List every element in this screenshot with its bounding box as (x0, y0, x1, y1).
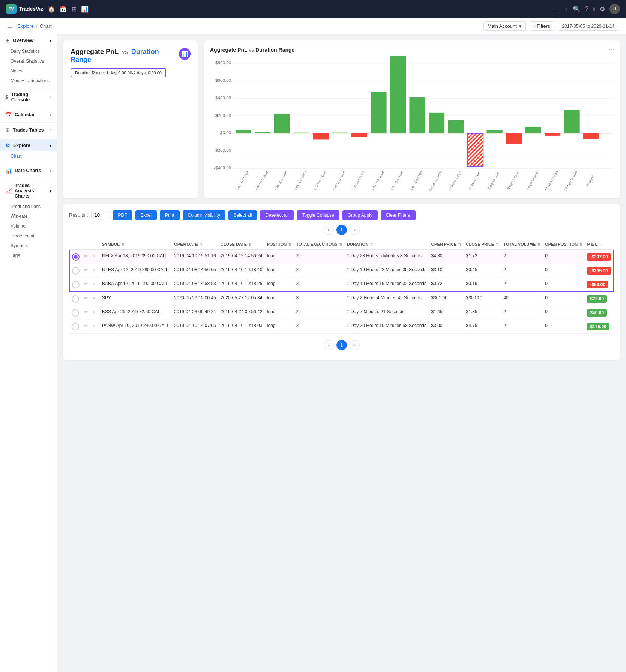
help-icon[interactable]: ? (585, 6, 588, 12)
sidebar-item-date-charts[interactable]: 📊 Date Charts › (0, 165, 57, 177)
sidebar-item-trading-console[interactable]: $ Trading Console › (0, 89, 57, 105)
row-total-exec: 2 (294, 306, 345, 320)
toggle-collapse-button[interactable]: Toggle Collapse (297, 210, 339, 220)
trading-chevron: › (50, 95, 51, 99)
prev-page-btn[interactable]: ‹ (324, 225, 334, 235)
th-position[interactable]: POSITION ⇅ (265, 239, 294, 250)
hamburger-btn[interactable]: ☰ (8, 22, 13, 30)
prev-page-btn-bottom[interactable]: ‹ (324, 340, 334, 350)
th-open-position[interactable]: OPEN POSITION ⇅ (543, 239, 585, 250)
sidebar-item-money-transactions[interactable]: Money transactions (0, 76, 57, 86)
expand-icon[interactable]: › (93, 281, 95, 286)
row-edit-cell: ✏ (82, 278, 91, 292)
th-open-price[interactable]: OPEN PRICE ⇅ (429, 239, 464, 250)
search-icon[interactable]: 🔍 (573, 6, 581, 13)
sidebar-item-overview[interactable]: ⊞ Overview ▾ (0, 34, 57, 46)
th-total-executions[interactable]: TOTAL EXECUTIONS ⇅ (294, 239, 345, 250)
chart-more-menu[interactable]: ··· (609, 46, 614, 53)
home-icon[interactable]: 🏠 (48, 6, 55, 13)
row-checkbox-cell (69, 278, 82, 292)
expand-icon[interactable]: › (93, 323, 95, 328)
th-close-date[interactable]: CLOSE DATE ⇅ (218, 239, 265, 250)
edit-icon[interactable]: ✏ (84, 295, 88, 301)
chart-right-header: Aggregate PnL vs Duration Range ··· (210, 46, 614, 53)
next-page-btn[interactable]: › (349, 225, 360, 235)
avatar[interactable]: U (609, 4, 620, 14)
row-select-circle[interactable] (72, 309, 79, 316)
calendar-icon[interactable]: 📅 (60, 6, 67, 13)
sidebar-divider-2 (0, 107, 57, 107)
deselect-all-button[interactable]: Deselect all (260, 210, 294, 220)
row-select-circle[interactable] (72, 267, 80, 274)
duration-filter-badge[interactable]: Duration Range: 1 day, 0:00:00-2 days, 0… (71, 68, 166, 77)
select-all-button[interactable]: Select all (228, 210, 257, 220)
print-button[interactable]: Print (160, 210, 180, 220)
th-close-price[interactable]: CLOSE PRICE ⇅ (464, 239, 501, 250)
expand-icon[interactable]: › (93, 295, 95, 301)
group-apply-button[interactable]: Group Apply (342, 210, 378, 220)
th-total-volume[interactable]: TOTAL VOLUME ⇅ (501, 239, 543, 250)
row-select-circle[interactable] (72, 281, 80, 288)
pdf-button[interactable]: PDF (113, 210, 132, 220)
expand-icon[interactable]: › (93, 253, 95, 259)
account-chevron: ▾ (519, 23, 522, 29)
expand-icon[interactable]: › (93, 267, 95, 273)
sidebar-item-calendar[interactable]: 📅 Calendar › (0, 109, 57, 121)
edit-icon[interactable]: ✏ (84, 267, 88, 273)
sidebar-item-symbols[interactable]: Symbols (0, 241, 57, 250)
chart-icon-button[interactable]: 📊 (179, 48, 191, 60)
sidebar-item-daily-statistics[interactable]: Daily Statistics (0, 46, 57, 56)
sidebar-item-trades-tables[interactable]: ⊞ Trades Tables › (0, 124, 57, 136)
next-page-btn-bottom[interactable]: › (349, 340, 360, 350)
info-icon[interactable]: ℹ (593, 6, 595, 13)
row-open-position: 0 (543, 292, 585, 306)
settings-icon[interactable]: ⚙ (600, 6, 605, 13)
edit-icon[interactable]: ✏ (84, 281, 88, 286)
breadcrumb-separator: / (36, 23, 38, 29)
clear-filters-button[interactable]: Clear Filters (381, 210, 416, 220)
th-open-date[interactable]: OPEN DATE ⇅ (172, 239, 218, 250)
logo[interactable]: TV TradesViz (6, 4, 43, 14)
page-1-btn-bottom[interactable]: 1 (336, 340, 347, 350)
th-pnl[interactable]: P & L ↑ (585, 239, 614, 250)
table-row: ✏›PANW Apr 10, 2019 240.00 CALL2019-04-1… (69, 320, 614, 333)
row-select-circle[interactable] (72, 295, 79, 303)
expand-icon[interactable]: › (93, 309, 95, 315)
row-open-position: 0 (543, 278, 585, 292)
sidebar-item-profit-loss[interactable]: Profit and Loss (0, 202, 57, 212)
row-edit-cell: ✏ (82, 320, 91, 333)
edit-icon[interactable]: ✏ (84, 309, 88, 315)
breadcrumb-explore[interactable]: Explore (17, 23, 34, 29)
row-pnl: -$53.00 (585, 278, 614, 292)
svg-rect-18 (313, 134, 329, 140)
sidebar-item-win-rate[interactable]: Win-rate (0, 212, 57, 221)
sidebar-item-explore[interactable]: ⚙ Explore ▾ (0, 140, 57, 152)
svg-text:$0.00: $0.00 (220, 130, 231, 135)
sidebar-item-volume[interactable]: Volume (0, 221, 57, 231)
excel-button[interactable]: Excel (135, 210, 157, 220)
sidebar-item-trades-analysis[interactable]: 📈 Trades Analysis Charts ▾ (0, 180, 57, 202)
row-select-circle[interactable] (72, 323, 79, 330)
svg-rect-33 (545, 134, 560, 136)
row-select-circle[interactable] (72, 253, 80, 261)
results-count-input[interactable]: 10 (91, 211, 110, 219)
sidebar-item-chart[interactable]: Chart (0, 152, 57, 161)
chart-icon[interactable]: 📊 (81, 6, 89, 13)
th-symbol[interactable]: SYMBOL ⇅ (100, 239, 172, 250)
svg-text:0:30:00-1:00:00: 0:30:00-1:00:00 (352, 171, 366, 191)
edit-icon[interactable]: ✏ (84, 253, 88, 259)
forward-icon[interactable]: → (563, 6, 569, 12)
page-1-btn[interactable]: 1 (336, 225, 347, 235)
filters-button[interactable]: ‹ Filters (530, 21, 554, 31)
back-icon[interactable]: ← (552, 6, 558, 12)
column-visibility-button[interactable]: Column visibility (183, 210, 225, 220)
grid-icon[interactable]: ⊞ (72, 6, 77, 13)
account-selector[interactable]: Main Account ▾ (483, 21, 526, 31)
th-duration[interactable]: DURATION ⇅ (345, 239, 429, 250)
overview-label: Overview (13, 38, 34, 43)
sidebar-item-overall-statistics[interactable]: Overall Statistics (0, 56, 57, 66)
sidebar-item-tags[interactable]: Tags (0, 250, 57, 260)
sidebar-item-notes[interactable]: Notes (0, 66, 57, 76)
edit-icon[interactable]: ✏ (84, 323, 88, 328)
sidebar-item-trade-count[interactable]: Trade count (0, 231, 57, 241)
